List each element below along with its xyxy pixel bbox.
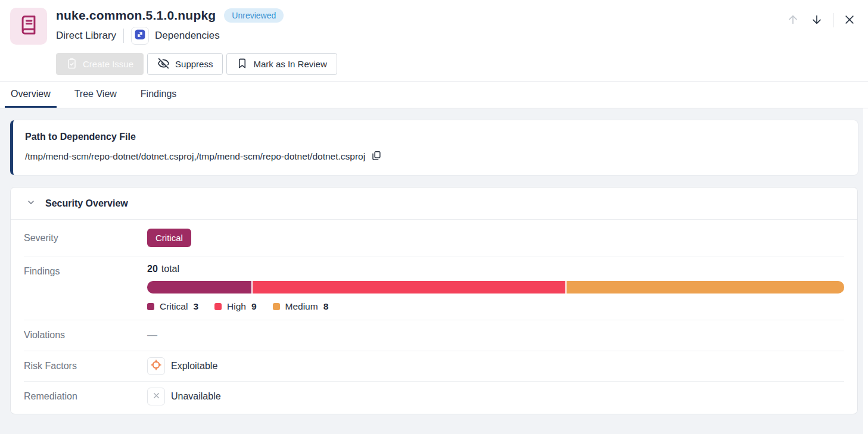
library-detail-panel: nuke.common.5.1.0.nupkg Unreviewed Direc… — [0, 0, 868, 434]
risk-factors-label: Risk Factors — [24, 361, 147, 371]
library-type-label: Direct Library — [56, 30, 116, 42]
dependency-path-text: /tmp/mend-scm/repo-dotnet/dotnet.csproj,… — [25, 151, 365, 162]
legend-item-high: High9 — [214, 301, 257, 312]
panel-header: nuke.common.5.1.0.nupkg Unreviewed Direc… — [0, 0, 868, 81]
x-icon — [152, 391, 161, 402]
security-overview-header[interactable]: Security Overview — [11, 188, 857, 220]
tab-findings[interactable]: Findings — [135, 82, 182, 108]
library-icon-box — [10, 8, 47, 45]
risk-factors-row: Risk Factors Exploitable — [24, 351, 844, 382]
path-card-title: Path to Dependency File — [25, 132, 845, 142]
security-overview-title: Security Overview — [45, 198, 128, 209]
create-issue-button[interactable]: Create Issue — [56, 53, 144, 75]
copy-path-button[interactable] — [371, 150, 382, 163]
mark-in-review-button[interactable]: Mark as In Review — [226, 53, 337, 75]
legend-item-medium: Medium8 — [273, 301, 329, 312]
next-item-button[interactable] — [809, 13, 825, 28]
severity-label: Severity — [24, 233, 147, 243]
exploitable-icon-box — [147, 357, 165, 375]
bookmark-icon — [237, 58, 248, 71]
overview-content: Path to Dependency File /tmp/mend-scm/re… — [0, 108, 868, 434]
arrow-down-icon — [810, 13, 823, 28]
legend-label: Medium — [285, 301, 318, 312]
unavailable-icon-box — [147, 388, 165, 405]
legend-label: High — [227, 301, 246, 312]
legend-item-critical: Critical3 — [147, 301, 198, 312]
legend-swatch-medium — [273, 303, 280, 310]
severity-badge: Critical — [147, 229, 191, 247]
subtitle-divider — [123, 29, 124, 43]
findings-bar-segment-high — [253, 281, 565, 294]
findings-bar — [147, 281, 844, 294]
clipboard-check-icon — [66, 58, 77, 71]
legend-value: 8 — [323, 301, 329, 312]
legend-swatch-critical — [147, 303, 154, 310]
copy-icon — [371, 150, 382, 163]
violations-row: Violations — — [24, 320, 844, 351]
findings-total: 20total — [147, 264, 844, 274]
dependencies-link[interactable]: Dependencies — [131, 27, 220, 45]
remediation-value: Unavailable — [171, 391, 221, 402]
violations-label: Violations — [24, 330, 147, 341]
legend-value: 3 — [193, 301, 198, 312]
findings-bar-segment-medium — [567, 281, 844, 294]
scrollbar-track[interactable] — [863, 108, 868, 434]
dependencies-label: Dependencies — [155, 30, 220, 42]
tab-tree-view[interactable]: Tree View — [69, 82, 123, 108]
status-badge: Unreviewed — [224, 8, 284, 23]
book-icon — [18, 15, 39, 38]
remediation-row: Remediation Unavailable — [24, 382, 844, 411]
diagonal-arrows-icon — [134, 29, 146, 43]
close-button[interactable] — [842, 13, 857, 28]
path-to-dependency-card: Path to Dependency File /tmp/mend-scm/re… — [10, 120, 858, 175]
eye-off-icon — [157, 57, 170, 71]
header-divider — [833, 13, 833, 27]
risk-factor-value: Exploitable — [171, 361, 217, 371]
severity-row: Severity Critical — [24, 220, 844, 257]
legend-value: 9 — [251, 301, 257, 312]
close-icon — [844, 14, 855, 27]
tab-overview[interactable]: Overview — [5, 82, 57, 108]
findings-legend: Critical3High9Medium8 — [147, 301, 844, 312]
chevron-down-icon — [26, 198, 36, 210]
dependencies-icon-button[interactable] — [131, 27, 149, 45]
findings-bar-segment-critical — [147, 281, 251, 294]
previous-item-button[interactable] — [785, 13, 801, 28]
violations-empty-value: — — [147, 329, 157, 341]
tab-bar: Overview Tree View Findings — [0, 81, 868, 108]
remediation-label: Remediation — [24, 391, 147, 402]
crosshair-icon — [150, 359, 162, 373]
suppress-button[interactable]: Suppress — [147, 53, 223, 75]
legend-label: Critical — [160, 301, 188, 312]
arrow-up-icon — [786, 13, 799, 28]
page-title: nuke.common.5.1.0.nupkg — [56, 8, 216, 23]
legend-swatch-high — [214, 303, 222, 310]
findings-label: Findings — [24, 264, 147, 277]
findings-row: Findings 20total Critical3High9Medium8 — [24, 257, 844, 320]
security-overview-card: Security Overview Severity Critical Find… — [10, 187, 858, 414]
